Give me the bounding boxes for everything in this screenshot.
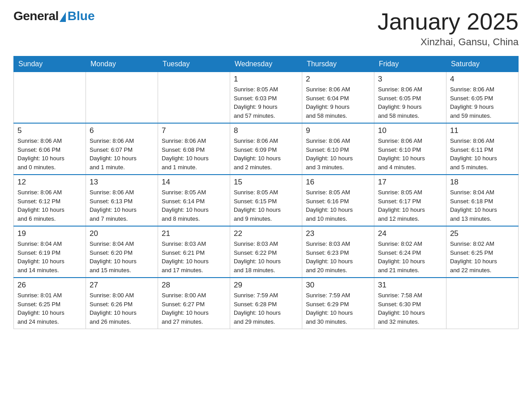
day-info: Sunrise: 8:06 AMSunset: 6:10 PMDaylight:… xyxy=(306,137,370,171)
day-number: 4 xyxy=(450,75,515,84)
table-row: 5Sunrise: 8:06 AMSunset: 6:06 PMDaylight… xyxy=(14,123,86,175)
day-number: 18 xyxy=(450,178,515,187)
day-number: 7 xyxy=(162,126,226,135)
table-row: 14Sunrise: 8:05 AMSunset: 6:14 PMDayligh… xyxy=(158,175,230,226)
table-row: 25Sunrise: 8:02 AMSunset: 6:25 PMDayligh… xyxy=(446,226,518,278)
day-number: 16 xyxy=(306,178,370,187)
day-info: Sunrise: 8:05 AMSunset: 6:17 PMDaylight:… xyxy=(378,188,442,223)
table-row: 27Sunrise: 8:00 AMSunset: 6:26 PMDayligh… xyxy=(86,278,158,329)
day-number: 29 xyxy=(234,281,298,290)
day-number: 22 xyxy=(234,229,298,238)
table-row: 16Sunrise: 8:05 AMSunset: 6:16 PMDayligh… xyxy=(302,175,374,226)
logo-triangle-icon xyxy=(60,12,66,22)
day-number: 15 xyxy=(234,178,298,187)
day-number: 27 xyxy=(90,281,154,290)
logo-blue-text: Blue xyxy=(68,9,95,23)
day-number: 3 xyxy=(378,75,442,84)
day-number: 1 xyxy=(234,75,298,84)
header-tuesday: Tuesday xyxy=(158,56,230,72)
calendar-subtitle: Xinzhai, Gansu, China xyxy=(378,36,519,48)
header-wednesday: Wednesday xyxy=(230,56,302,72)
day-number: 9 xyxy=(306,126,370,135)
day-info: Sunrise: 8:04 AMSunset: 6:20 PMDaylight:… xyxy=(90,240,154,274)
day-number: 6 xyxy=(90,126,154,135)
table-row: 17Sunrise: 8:05 AMSunset: 6:17 PMDayligh… xyxy=(374,175,446,226)
table-row: 18Sunrise: 8:04 AMSunset: 6:18 PMDayligh… xyxy=(446,175,518,226)
table-row xyxy=(158,72,230,124)
table-row: 13Sunrise: 8:06 AMSunset: 6:13 PMDayligh… xyxy=(86,175,158,226)
day-number: 25 xyxy=(450,229,515,238)
header-monday: Monday xyxy=(86,56,158,72)
title-section: January 2025 Xinzhai, Gansu, China xyxy=(378,9,519,48)
logo: General Blue xyxy=(13,9,94,23)
day-number: 19 xyxy=(17,229,82,238)
day-number: 30 xyxy=(306,281,370,290)
table-row xyxy=(14,72,86,124)
day-info: Sunrise: 8:02 AMSunset: 6:24 PMDaylight:… xyxy=(378,240,442,274)
table-row: 11Sunrise: 8:06 AMSunset: 6:11 PMDayligh… xyxy=(446,123,518,175)
day-info: Sunrise: 8:06 AMSunset: 6:06 PMDaylight:… xyxy=(17,137,82,171)
day-number: 8 xyxy=(234,126,298,135)
table-row: 3Sunrise: 8:06 AMSunset: 6:05 PMDaylight… xyxy=(374,72,446,124)
day-number: 26 xyxy=(17,281,82,290)
day-number: 11 xyxy=(450,126,515,135)
table-row: 21Sunrise: 8:03 AMSunset: 6:21 PMDayligh… xyxy=(158,226,230,278)
day-info: Sunrise: 7:59 AMSunset: 6:28 PMDaylight:… xyxy=(234,291,298,326)
table-row: 22Sunrise: 8:03 AMSunset: 6:22 PMDayligh… xyxy=(230,226,302,278)
calendar-week-row: 26Sunrise: 8:01 AMSunset: 6:25 PMDayligh… xyxy=(14,278,519,329)
day-info: Sunrise: 8:06 AMSunset: 6:13 PMDaylight:… xyxy=(90,188,154,223)
day-info: Sunrise: 8:03 AMSunset: 6:22 PMDaylight:… xyxy=(234,240,298,274)
day-info: Sunrise: 8:03 AMSunset: 6:21 PMDaylight:… xyxy=(162,240,226,274)
calendar-header-row: Sunday Monday Tuesday Wednesday Thursday… xyxy=(14,56,519,72)
day-number: 20 xyxy=(90,229,154,238)
calendar-week-row: 12Sunrise: 8:06 AMSunset: 6:12 PMDayligh… xyxy=(14,175,519,226)
day-info: Sunrise: 7:58 AMSunset: 6:30 PMDaylight:… xyxy=(378,291,442,326)
table-row: 30Sunrise: 7:59 AMSunset: 6:29 PMDayligh… xyxy=(302,278,374,329)
table-row: 24Sunrise: 8:02 AMSunset: 6:24 PMDayligh… xyxy=(374,226,446,278)
table-row: 2Sunrise: 8:06 AMSunset: 6:04 PMDaylight… xyxy=(302,72,374,124)
table-row: 31Sunrise: 7:58 AMSunset: 6:30 PMDayligh… xyxy=(374,278,446,329)
table-row: 15Sunrise: 8:05 AMSunset: 6:15 PMDayligh… xyxy=(230,175,302,226)
day-info: Sunrise: 8:01 AMSunset: 6:25 PMDaylight:… xyxy=(17,291,82,326)
header-thursday: Thursday xyxy=(302,56,374,72)
day-info: Sunrise: 8:06 AMSunset: 6:11 PMDaylight:… xyxy=(450,137,515,171)
calendar-week-row: 19Sunrise: 8:04 AMSunset: 6:19 PMDayligh… xyxy=(14,226,519,278)
day-number: 10 xyxy=(378,126,442,135)
day-info: Sunrise: 7:59 AMSunset: 6:29 PMDaylight:… xyxy=(306,291,370,326)
header-sunday: Sunday xyxy=(14,56,86,72)
table-row: 23Sunrise: 8:03 AMSunset: 6:23 PMDayligh… xyxy=(302,226,374,278)
day-info: Sunrise: 8:04 AMSunset: 6:18 PMDaylight:… xyxy=(450,188,515,223)
day-number: 17 xyxy=(378,178,442,187)
table-row: 19Sunrise: 8:04 AMSunset: 6:19 PMDayligh… xyxy=(14,226,86,278)
day-info: Sunrise: 8:05 AMSunset: 6:14 PMDaylight:… xyxy=(162,188,226,223)
logo-general-text: General xyxy=(13,9,59,23)
header-saturday: Saturday xyxy=(446,56,518,72)
day-info: Sunrise: 8:03 AMSunset: 6:23 PMDaylight:… xyxy=(306,240,370,274)
day-info: Sunrise: 8:04 AMSunset: 6:19 PMDaylight:… xyxy=(17,240,82,274)
calendar-title: January 2025 xyxy=(378,9,519,34)
day-number: 31 xyxy=(378,281,442,290)
table-row: 6Sunrise: 8:06 AMSunset: 6:07 PMDaylight… xyxy=(86,123,158,175)
day-info: Sunrise: 8:06 AMSunset: 6:08 PMDaylight:… xyxy=(162,137,226,171)
day-number: 21 xyxy=(162,229,226,238)
day-number: 12 xyxy=(17,178,82,187)
day-info: Sunrise: 8:06 AMSunset: 6:12 PMDaylight:… xyxy=(17,188,82,223)
table-row: 12Sunrise: 8:06 AMSunset: 6:12 PMDayligh… xyxy=(14,175,86,226)
day-number: 24 xyxy=(378,229,442,238)
day-number: 2 xyxy=(306,75,370,84)
day-info: Sunrise: 8:06 AMSunset: 6:05 PMDaylight:… xyxy=(378,85,442,120)
table-row: 9Sunrise: 8:06 AMSunset: 6:10 PMDaylight… xyxy=(302,123,374,175)
calendar-week-row: 5Sunrise: 8:06 AMSunset: 6:06 PMDaylight… xyxy=(14,123,519,175)
day-info: Sunrise: 8:00 AMSunset: 6:27 PMDaylight:… xyxy=(162,291,226,326)
header-friday: Friday xyxy=(374,56,446,72)
table-row: 1Sunrise: 8:05 AMSunset: 6:03 PMDaylight… xyxy=(230,72,302,124)
page-header: General Blue January 2025 Xinzhai, Gansu… xyxy=(13,9,519,48)
table-row: 20Sunrise: 8:04 AMSunset: 6:20 PMDayligh… xyxy=(86,226,158,278)
day-number: 5 xyxy=(17,126,82,135)
day-number: 13 xyxy=(90,178,154,187)
table-row: 4Sunrise: 8:06 AMSunset: 6:05 PMDaylight… xyxy=(446,72,518,124)
day-info: Sunrise: 8:00 AMSunset: 6:26 PMDaylight:… xyxy=(90,291,154,326)
day-info: Sunrise: 8:05 AMSunset: 6:16 PMDaylight:… xyxy=(306,188,370,223)
day-info: Sunrise: 8:06 AMSunset: 6:07 PMDaylight:… xyxy=(90,137,154,171)
day-number: 23 xyxy=(306,229,370,238)
